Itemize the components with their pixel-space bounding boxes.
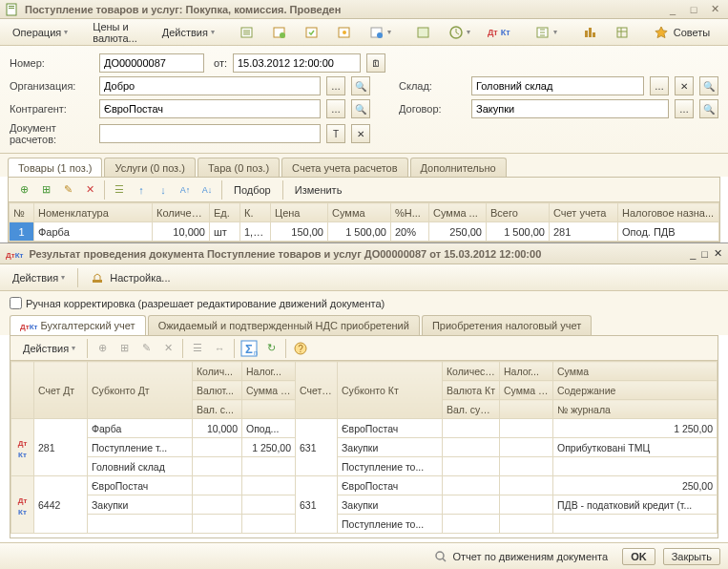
del-icon[interactable]: ✕ bbox=[80, 180, 99, 200]
add2-icon[interactable]: ⊞ bbox=[36, 180, 55, 200]
lg-icon-5[interactable]: ☰ bbox=[188, 339, 207, 358]
org-ellipsis[interactable]: … bbox=[326, 76, 345, 95]
report-button[interactable]: Отчет по движениям документа bbox=[427, 546, 615, 567]
posting-row[interactable]: ДтКт 6442 ЄвроПостач 631 ЄвроПостач 250,… bbox=[11, 476, 718, 495]
change-button[interactable]: Изменить bbox=[288, 179, 349, 200]
tbicon-3[interactable] bbox=[298, 22, 326, 43]
lower-actions-menu[interactable]: Действия▾ bbox=[6, 267, 72, 288]
tbicon-1[interactable] bbox=[233, 22, 261, 43]
close-footer-button[interactable]: Закрыть bbox=[663, 548, 720, 565]
tbicon-10[interactable] bbox=[608, 22, 636, 43]
tbicon-8[interactable]: ▾ bbox=[529, 22, 564, 43]
up-icon[interactable]: ↑ bbox=[132, 180, 151, 200]
lg-icon-6[interactable]: ↔ bbox=[210, 339, 229, 358]
lower-close[interactable]: ✕ bbox=[714, 247, 722, 260]
date-input[interactable] bbox=[233, 53, 361, 73]
lg-actions[interactable]: Действия▾ bbox=[16, 338, 82, 359]
lower-maximize[interactable]: □ bbox=[701, 248, 708, 260]
col-qty[interactable]: Количес... bbox=[153, 203, 210, 222]
sklad-input[interactable] bbox=[471, 76, 644, 95]
tab-nal[interactable]: Приобретения налоговый учет bbox=[422, 315, 592, 335]
dogovor-search[interactable]: 🔍 bbox=[699, 99, 718, 118]
org-input[interactable] bbox=[99, 76, 321, 95]
col-price[interactable]: Цена bbox=[271, 203, 328, 222]
col-sum[interactable]: Сумма bbox=[328, 203, 391, 222]
down-icon[interactable]: ↓ bbox=[154, 180, 173, 200]
podbor-button[interactable]: Подбор bbox=[227, 179, 278, 200]
svg-rect-2 bbox=[9, 8, 14, 9]
operation-menu[interactable]: Операция▾ bbox=[6, 22, 74, 43]
lg-icon-1[interactable]: ⊕ bbox=[93, 339, 112, 358]
number-label: Номер: bbox=[10, 57, 94, 69]
sort-az-icon[interactable]: A↑ bbox=[176, 180, 195, 200]
tab-services[interactable]: Услуги (0 поз.) bbox=[104, 158, 195, 177]
col-ed[interactable]: Ед. bbox=[210, 203, 240, 222]
col-nom[interactable]: Номенклатура bbox=[34, 203, 153, 222]
doc-clear[interactable]: ✕ bbox=[351, 124, 370, 143]
tbicon-7[interactable]: ▾ bbox=[442, 22, 477, 43]
col-tax[interactable]: Налоговое назна... bbox=[618, 203, 719, 222]
posting-row[interactable]: ДтКт 281 Фарба 10,000 Опод... 631 ЄвроПо… bbox=[11, 419, 718, 438]
help-button[interactable]: ? bbox=[720, 22, 728, 43]
doc-t[interactable]: T bbox=[326, 124, 345, 143]
contr-input[interactable] bbox=[99, 99, 321, 118]
tbicon-5[interactable]: ▾ bbox=[363, 22, 398, 43]
col-total[interactable]: Всего bbox=[487, 203, 550, 222]
doc-input[interactable] bbox=[99, 124, 321, 143]
posting-row[interactable]: Поступление то... bbox=[11, 515, 718, 534]
lower-minimize[interactable]: _ bbox=[690, 248, 696, 260]
tbicon-9[interactable] bbox=[575, 22, 604, 43]
dogovor-ellipsis[interactable]: … bbox=[675, 99, 694, 118]
lg-icon-3[interactable]: ✎ bbox=[136, 339, 156, 358]
sklad-search[interactable]: 🔍 bbox=[699, 76, 718, 95]
tab-buh[interactable]: ДтКт Бухгалтерский учет bbox=[10, 315, 146, 336]
posting-row[interactable]: Поступление т... 1 250,00 Закупки Оприбу… bbox=[11, 438, 718, 457]
list-icon[interactable]: ☰ bbox=[110, 180, 129, 200]
prices-button[interactable]: Цены и валюта... bbox=[86, 22, 143, 43]
col-k[interactable]: К. bbox=[240, 203, 271, 222]
sklad-clear[interactable]: ✕ bbox=[675, 76, 694, 95]
col-vatsum[interactable]: Сумма ... bbox=[429, 203, 487, 222]
date-picker-button[interactable]: 🗓 bbox=[366, 53, 385, 73]
dogovor-input[interactable] bbox=[471, 99, 669, 118]
ok-button[interactable]: OK bbox=[622, 548, 655, 565]
tbicon-2[interactable] bbox=[265, 22, 294, 43]
sklad-ellipsis[interactable]: … bbox=[650, 76, 669, 95]
lg-help[interactable]: ? bbox=[291, 339, 310, 358]
posting-row[interactable]: Закупки Закупки ПДВ - податковий кредит … bbox=[11, 495, 718, 515]
posting-row[interactable]: Головний склад Поступление то... bbox=[11, 457, 718, 476]
edit-icon[interactable]: ✎ bbox=[58, 180, 77, 200]
number-input[interactable] bbox=[99, 53, 204, 73]
close-button[interactable]: ✕ bbox=[707, 2, 722, 17]
contr-ellipsis[interactable]: … bbox=[326, 99, 345, 118]
settings-button[interactable]: Настройка... bbox=[84, 267, 177, 288]
actions-menu[interactable]: Действия▾ bbox=[156, 22, 221, 43]
svg-point-23 bbox=[436, 552, 444, 559]
tab-tara[interactable]: Тара (0 поз.) bbox=[198, 158, 280, 177]
tab-accounts[interactable]: Счета учета расчетов bbox=[281, 158, 407, 177]
col-acct[interactable]: Счет учета bbox=[550, 203, 618, 222]
manual-label: Ручная корректировка (разрешает редактир… bbox=[26, 298, 385, 309]
col-n[interactable]: № bbox=[10, 203, 34, 222]
sort-za-icon[interactable]: A↓ bbox=[198, 180, 217, 200]
refresh-icon[interactable]: ↻ bbox=[261, 339, 281, 358]
add-icon[interactable]: ⊕ bbox=[14, 180, 33, 200]
col-vat[interactable]: %Н... bbox=[391, 203, 429, 222]
tbicon-6[interactable] bbox=[409, 22, 438, 43]
minimize-button[interactable]: _ bbox=[665, 2, 680, 17]
lg-icon-4[interactable]: ✕ bbox=[158, 339, 177, 358]
lg-icon-2[interactable]: ⊞ bbox=[114, 339, 134, 358]
table-row[interactable]: 1 Фарба 10,000 шт 1,0... 150,00 1 500,00… bbox=[10, 222, 719, 242]
manual-checkbox[interactable] bbox=[10, 297, 22, 309]
tbicon-4[interactable] bbox=[330, 22, 359, 43]
sum-icon[interactable]: Σn bbox=[239, 339, 259, 358]
contr-search[interactable]: 🔍 bbox=[351, 99, 370, 118]
tips-button[interactable]: Советы bbox=[648, 22, 717, 43]
tbicon-dt-kt[interactable]: ДтКт bbox=[481, 22, 517, 43]
maximize-button[interactable]: □ bbox=[686, 2, 701, 17]
tab-nds[interactable]: Ожидаемый и подтвержденный НДС приобрете… bbox=[148, 315, 420, 335]
from-label: от: bbox=[214, 57, 227, 69]
tab-extra[interactable]: Дополнительно bbox=[410, 158, 507, 177]
org-search[interactable]: 🔍 bbox=[351, 76, 370, 95]
tab-goods[interactable]: Товары (1 поз.) bbox=[8, 158, 102, 178]
